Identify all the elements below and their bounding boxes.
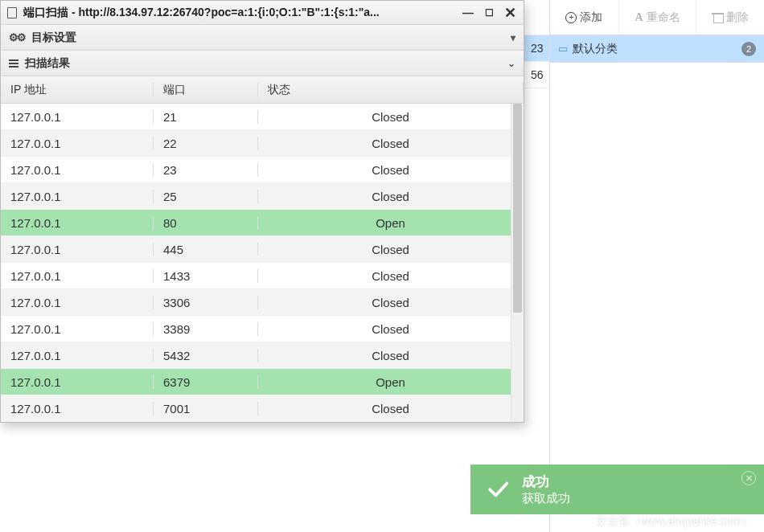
dialog-title-text: 端口扫描 - http://8.134.97.12:26740?poc=a:1:… [23, 6, 380, 20]
col-header-status[interactable]: 状态 [258, 83, 524, 97]
cell-port: 1433 [154, 269, 258, 283]
cell-ip: 127.0.0.1 [1, 216, 154, 230]
cell-status: Open [258, 375, 524, 389]
cell-status: Closed [258, 322, 524, 336]
cell-status: Closed [258, 190, 524, 203]
table-row[interactable]: 127.0.0.121Closed [1, 104, 524, 130]
scrollbar-thumb[interactable] [513, 104, 522, 313]
add-label: 添加 [580, 10, 602, 25]
delete-label: 删除 [726, 10, 749, 25]
cell-ip: 127.0.0.1 [1, 375, 154, 389]
chevron-down-icon: ⌄ [507, 58, 515, 69]
success-toast: 成功 获取成功 ✕ [470, 464, 764, 514]
table-row[interactable]: 127.0.0.13389Closed [1, 316, 524, 342]
vertical-scrollbar[interactable] [511, 104, 524, 422]
cell-status: Closed [258, 243, 524, 256]
cell-ip: 127.0.0.1 [1, 296, 154, 309]
panel-target-settings[interactable]: ⚙⚙ 目标设置 ▾ [1, 25, 524, 51]
toast-close-button[interactable]: ✕ [741, 471, 756, 485]
table-row[interactable]: 127.0.0.125Closed [1, 183, 524, 210]
table-row[interactable]: 127.0.0.15432Closed [1, 342, 524, 369]
table-row[interactable]: 127.0.0.13306Closed [1, 289, 524, 316]
watermark: 安全客（www.anquanke.com） [596, 514, 753, 529]
cell-ip: 127.0.0.1 [1, 402, 154, 415]
toast-title: 成功 [522, 473, 570, 491]
cell-status: Closed [258, 402, 524, 415]
table-row[interactable]: 127.0.0.16379Open [1, 369, 524, 395]
table-row[interactable]: 127.0.0.122Closed [1, 130, 524, 157]
right-toolbar: + 添加 A 重命名 删除 [550, 0, 764, 35]
table-row[interactable]: 127.0.0.1445Closed [1, 236, 524, 263]
cell-status: Closed [258, 296, 524, 309]
cell-status: Closed [258, 163, 524, 177]
folder-row-default[interactable]: ▭ 默认分类 2 [550, 35, 764, 63]
panel-scan-results[interactable]: 扫描结果 ⌄ [1, 51, 524, 76]
table-row[interactable]: 127.0.0.123Closed [1, 157, 524, 183]
list-icon [9, 59, 18, 68]
add-button[interactable]: + 添加 [550, 0, 619, 35]
cell-ip: 127.0.0.1 [1, 137, 154, 150]
table-row[interactable]: 127.0.0.180Open [1, 210, 524, 236]
gears-icon: ⚙⚙ [9, 31, 25, 43]
cell-port: 22 [154, 137, 258, 150]
cell-port: 7001 [154, 402, 258, 415]
cell-ip: 127.0.0.1 [1, 110, 154, 124]
cell-port: 445 [154, 243, 258, 256]
table-header: IP 地址 端口 状态 [1, 76, 524, 104]
minimize-button[interactable]: — [461, 6, 475, 19]
cell-ip: 127.0.0.1 [1, 243, 154, 256]
dialog-titlebar[interactable]: 端口扫描 - http://8.134.97.12:26740?poc=a:1:… [1, 1, 524, 25]
cell-port: 5432 [154, 349, 258, 362]
document-icon [7, 7, 17, 18]
chevron-down-icon: ▾ [511, 32, 515, 43]
cell-port: 6379 [154, 375, 258, 389]
rename-label: 重命名 [647, 10, 680, 25]
cell-ip: 127.0.0.1 [1, 190, 154, 203]
cell-port: 21 [154, 110, 258, 124]
folder-count-badge: 2 [741, 42, 756, 56]
rename-button[interactable]: A 重命名 [619, 0, 696, 35]
trash-icon [713, 12, 723, 23]
folder-icon: ▭ [558, 43, 568, 55]
cell-status: Closed [258, 269, 524, 283]
cell-ip: 127.0.0.1 [1, 163, 154, 177]
right-panel: + 添加 A 重命名 删除 ▭ 默认分类 2 [549, 0, 764, 532]
maximize-button[interactable]: ☐ [482, 6, 496, 19]
cell-status: Open [258, 216, 524, 230]
table-row[interactable]: 127.0.0.17001Closed [1, 395, 524, 422]
port-scan-dialog: 端口扫描 - http://8.134.97.12:26740?poc=a:1:… [0, 0, 524, 423]
col-header-ip[interactable]: IP 地址 [1, 83, 154, 97]
col-header-port[interactable]: 端口 [154, 83, 258, 97]
cell-status: Closed [258, 110, 524, 124]
cell-ip: 127.0.0.1 [1, 349, 154, 362]
close-button[interactable]: ✕ [503, 6, 517, 19]
cell-port: 3306 [154, 296, 258, 309]
cell-status: Closed [258, 349, 524, 362]
bg-cell: 56 [531, 68, 544, 81]
table-row[interactable]: 127.0.0.11433Closed [1, 263, 524, 289]
cell-port: 23 [154, 163, 258, 177]
bg-cell: 23 [531, 42, 544, 55]
delete-button[interactable]: 删除 [696, 0, 764, 35]
cell-ip: 127.0.0.1 [1, 322, 154, 336]
panel-results-label: 扫描结果 [25, 56, 70, 71]
folder-name: 默认分类 [573, 42, 618, 56]
panel-target-label: 目标设置 [31, 31, 76, 45]
rename-icon: A [635, 11, 643, 24]
plus-circle-icon: + [565, 12, 577, 23]
toast-body: 获取成功 [522, 491, 570, 506]
results-table: IP 地址 端口 状态 127.0.0.121Closed127.0.0.122… [1, 76, 524, 422]
cell-port: 3389 [154, 322, 258, 336]
check-icon [485, 477, 511, 502]
cell-status: Closed [258, 137, 524, 150]
cell-port: 25 [154, 190, 258, 203]
cell-ip: 127.0.0.1 [1, 269, 154, 283]
cell-port: 80 [154, 216, 258, 230]
